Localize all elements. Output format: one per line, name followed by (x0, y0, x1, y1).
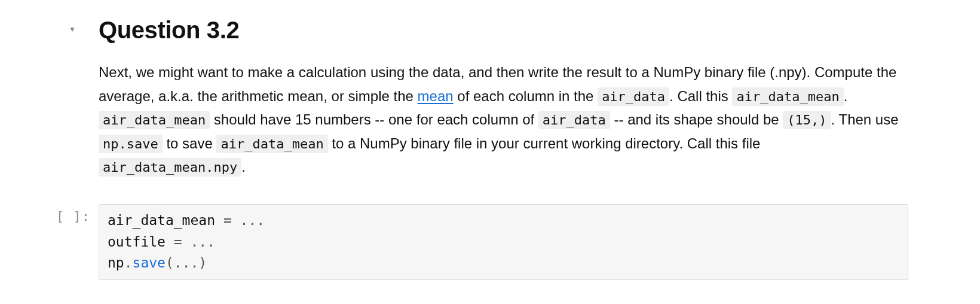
inline-code: (15,) (783, 111, 831, 129)
code-token: . (124, 255, 133, 270)
question-heading: Question 3.2 (99, 17, 908, 44)
markdown-body: Question 3.2 Next, we might want to make… (99, 12, 980, 193)
text-fragment: of each column in the (454, 88, 598, 104)
text-fragment: . (844, 88, 848, 104)
text-fragment: . (241, 159, 246, 175)
code-token: np (108, 255, 124, 270)
markdown-cell: ▼ Question 3.2 Next, we might want to ma… (0, 12, 980, 193)
code-token (182, 234, 191, 250)
code-token: ... (240, 212, 265, 228)
question-text: Next, we might want to make a calculatio… (99, 60, 908, 179)
code-token: save (133, 255, 166, 270)
text-fragment: . Then use (831, 111, 899, 127)
mean-link[interactable]: mean (418, 88, 454, 104)
inline-code: air_data (598, 87, 669, 106)
text-fragment: to a NumPy binary file in your current w… (328, 135, 761, 151)
code-token: ... (191, 234, 216, 250)
inline-code: np.save (99, 135, 163, 153)
cell-gutter: ▼ (0, 12, 99, 34)
code-cell: [ ]: air_data_mean = ... outfile = ... n… (0, 204, 980, 280)
code-token: = (174, 234, 182, 250)
inline-code: air_data_mean.npy (99, 158, 241, 177)
text-fragment: to save (163, 135, 217, 151)
code-token: ) (198, 255, 207, 270)
inline-code: air_data_mean (99, 111, 210, 129)
inline-code: air_data_mean (732, 87, 843, 106)
code-token: ... (174, 255, 199, 270)
notebook: ▼ Question 3.2 Next, we might want to ma… (0, 0, 980, 304)
text-fragment: -- and its shape should be (610, 111, 783, 127)
code-token: air_data_mean (108, 212, 223, 228)
collapse-chevron-icon[interactable]: ▼ (69, 25, 76, 34)
code-token (232, 212, 240, 228)
inline-code: air_data_mean (216, 135, 327, 153)
code-token: = (223, 212, 232, 228)
code-token: outfile (108, 234, 174, 250)
input-prompt: [ ]: (0, 204, 99, 224)
inline-code: air_data (538, 111, 610, 129)
text-fragment: should have 15 numbers -- one for each c… (210, 111, 538, 127)
text-fragment: . Call this (669, 88, 732, 104)
code-input-area[interactable]: air_data_mean = ... outfile = ... np.sav… (99, 204, 908, 280)
code-token: ( (166, 255, 174, 270)
